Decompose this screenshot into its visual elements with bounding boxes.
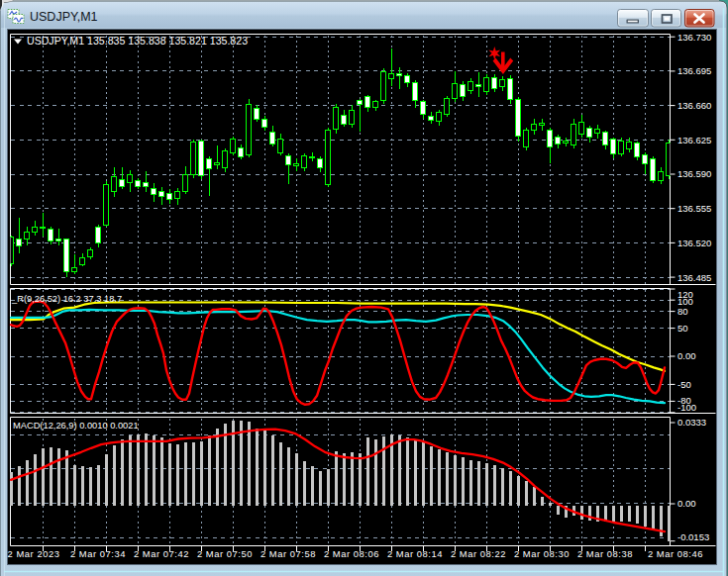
svg-text:136.695: 136.695: [677, 65, 711, 76]
svg-text:80: 80: [677, 306, 688, 317]
svg-text:2 Mar 07:34: 2 Mar 07:34: [70, 548, 126, 559]
svg-text:_R(9,26,52) 16.2 37.3 18.7: _R(9,26,52) 16.2 37.3 18.7: [11, 294, 122, 304]
svg-text:2 Mar 08:30: 2 Mar 08:30: [514, 548, 570, 559]
svg-text:2 Mar 07:42: 2 Mar 07:42: [134, 548, 189, 559]
svg-text:2 Mar 07:50: 2 Mar 07:50: [197, 548, 253, 559]
svg-text:USDJPY,M1: USDJPY,M1: [30, 10, 98, 24]
svg-text:136.625: 136.625: [677, 135, 711, 145]
svg-text:136.730: 136.730: [677, 32, 711, 43]
svg-text:136.520: 136.520: [677, 238, 711, 248]
svg-text:2 Mar 2023: 2 Mar 2023: [8, 548, 60, 559]
svg-text:-100: -100: [677, 402, 696, 413]
svg-text:2 Mar 08:46: 2 Mar 08:46: [648, 548, 703, 559]
svg-text:MACD(12,26,9) 0.0010 0.0021: MACD(12,26,9) 0.0010 0.0021: [13, 421, 139, 431]
svg-text:2 Mar 08:14: 2 Mar 08:14: [387, 548, 443, 559]
svg-text:136.485: 136.485: [677, 272, 711, 283]
svg-text:2 Mar 08:06: 2 Mar 08:06: [324, 548, 379, 559]
svg-text:136.590: 136.590: [677, 168, 711, 179]
svg-text:-50: -50: [677, 379, 691, 390]
svg-text:USDJPY,M1 135.835 135.838 135: USDJPY,M1 135.835 135.838 135.821 135.82…: [27, 35, 248, 47]
svg-text:50: 50: [677, 323, 688, 334]
svg-text:-0.0153: -0.0153: [677, 531, 709, 542]
svg-text:0.0333: 0.0333: [677, 417, 706, 428]
svg-text:136.555: 136.555: [677, 203, 711, 214]
svg-text:136.660: 136.660: [677, 100, 711, 111]
svg-text:2 Mar 08:22: 2 Mar 08:22: [451, 548, 506, 559]
svg-text:2 Mar 07:58: 2 Mar 07:58: [260, 548, 316, 559]
svg-text:0.00: 0.00: [677, 498, 696, 509]
svg-text:2 Mar 08:38: 2 Mar 08:38: [577, 548, 633, 559]
svg-text:0.00: 0.00: [677, 350, 696, 361]
